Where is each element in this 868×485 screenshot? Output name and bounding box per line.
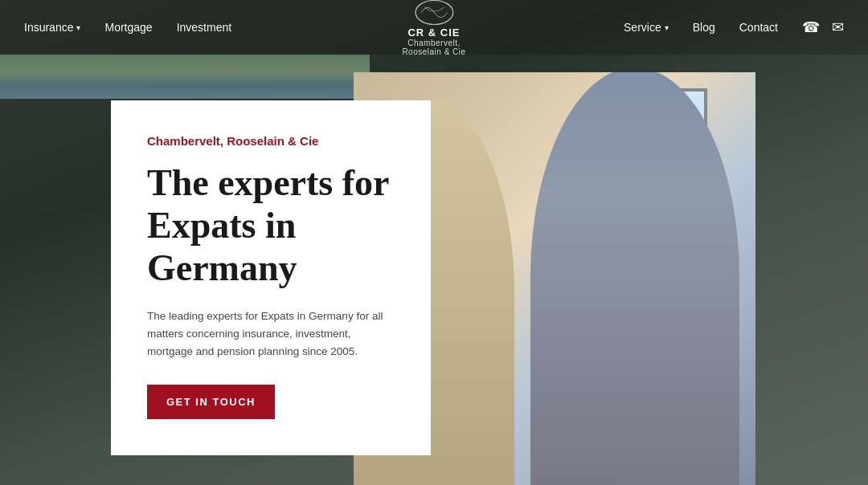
logo[interactable]: CR & CIE Chambervelt, Rooselain & Cie bbox=[402, 0, 465, 56]
insurance-chevron-icon: ▾ bbox=[76, 23, 80, 32]
service-label: Service bbox=[624, 21, 661, 34]
mortgage-label: Mortgage bbox=[104, 21, 152, 34]
logo-text-sub1: Chambervelt, bbox=[407, 39, 460, 47]
hero-card: Chambervelt, Rooselain & Cie The experts… bbox=[111, 100, 431, 455]
nav-blog[interactable]: Blog bbox=[693, 21, 715, 34]
get-in-touch-button[interactable]: GET IN TOUCH bbox=[147, 385, 275, 419]
nav-insurance[interactable]: Insurance ▾ bbox=[24, 21, 80, 34]
navbar: Insurance ▾ Mortgage Investment CR & CIE… bbox=[0, 0, 868, 55]
investment-label: Investment bbox=[177, 21, 231, 34]
hero-title-line3: Germany bbox=[147, 247, 297, 288]
nav-investment[interactable]: Investment bbox=[177, 21, 231, 34]
nav-right-items: Service ▾ Blog Contact ☎ ✉ bbox=[624, 18, 844, 36]
insurance-label: Insurance bbox=[24, 21, 73, 34]
contact-label: Contact bbox=[739, 21, 778, 34]
nav-icons: ☎ ✉ bbox=[802, 18, 844, 36]
landscape-decoration bbox=[0, 55, 370, 99]
phone-icon[interactable]: ☎ bbox=[802, 18, 820, 36]
hero-description: The leading experts for Expats in German… bbox=[147, 308, 395, 361]
service-chevron-icon: ▾ bbox=[665, 23, 669, 32]
email-icon[interactable]: ✉ bbox=[832, 18, 844, 36]
company-name: Chambervelt, Rooselain & Cie bbox=[147, 134, 395, 148]
person-right bbox=[530, 72, 739, 485]
nav-contact[interactable]: Contact bbox=[739, 21, 778, 34]
blog-label: Blog bbox=[693, 21, 715, 34]
hero-title: The experts for Expats in Germany bbox=[147, 162, 395, 290]
nav-service[interactable]: Service ▾ bbox=[624, 21, 669, 34]
nav-left-items: Insurance ▾ Mortgage Investment bbox=[24, 21, 231, 34]
hero-title-line2: Expats in bbox=[147, 205, 296, 246]
logo-text-sub2: Rooselain & Cie bbox=[402, 47, 465, 56]
logo-text-main: CR & CIE bbox=[407, 26, 460, 39]
hero-title-line1: The experts for bbox=[147, 162, 389, 203]
nav-mortgage[interactable]: Mortgage bbox=[104, 21, 152, 34]
logo-icon bbox=[414, 0, 454, 26]
